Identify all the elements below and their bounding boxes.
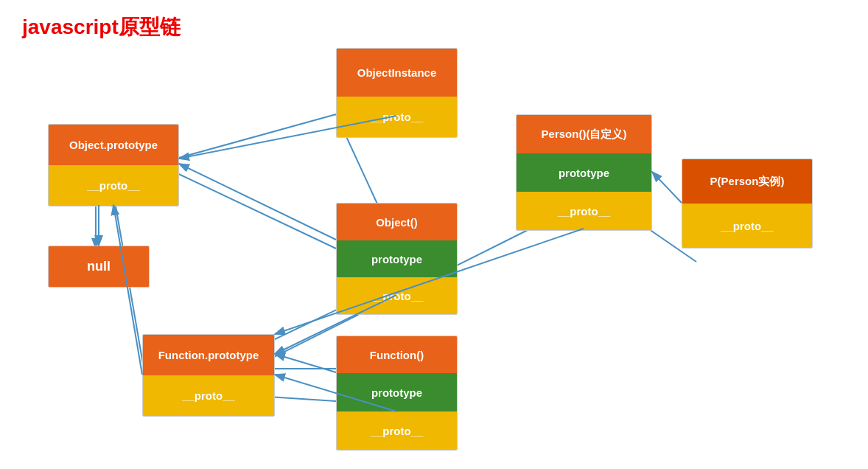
object-instance-proto: __proto__ [337,97,457,137]
function-prototype-label: Function.prototype [143,335,274,375]
null-box: null [48,246,150,288]
person-instance-proto: __proto__ [682,204,812,248]
function-proto: __proto__ [337,411,457,450]
object-instance-box: ObjectInstance __proto__ [336,48,458,138]
null-label: null [49,246,149,287]
person-proto: __proto__ [517,192,651,230]
object-box: Object() prototype __proto__ [336,203,458,315]
object-instance-label: ObjectInstance [337,49,457,97]
person-instance-box: P(Person实例) __proto__ [682,159,813,249]
object-prototype-box: Object.prototype __proto__ [48,124,179,206]
object-prototype-label: Object.prototype [49,125,178,165]
person-label: Person()(自定义) [517,115,651,153]
function-label: Function() [337,336,457,373]
function-box: Function() prototype __proto__ [336,336,458,451]
person-instance-label: P(Person实例) [682,159,812,204]
object-prototype-proto: __proto__ [49,165,178,206]
object-prototype: prototype [337,240,457,277]
function-prototype: prototype [337,373,457,411]
object-proto: __proto__ [337,277,457,314]
object-label: Object() [337,204,457,240]
person-box: Person()(自定义) prototype __proto__ [516,114,652,231]
function-prototype-proto: __proto__ [143,375,274,416]
function-prototype-box: Function.prototype __proto__ [142,334,275,417]
person-prototype: prototype [517,153,651,192]
page-title: javascript原型链 [22,13,181,41]
